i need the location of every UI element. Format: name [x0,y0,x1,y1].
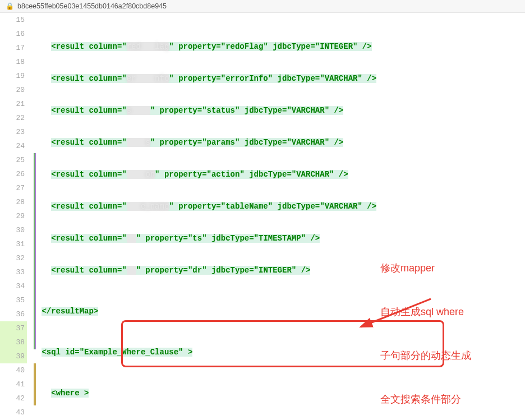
line-number: 30 [0,223,27,237]
redacted-text: e_name [127,202,169,211]
redacted-text: s [127,138,150,147]
line-number: 25 [0,153,27,167]
line-number: 17 [0,41,27,55]
redacted-text: on [127,170,155,179]
line-number: 20 [0,83,27,97]
redacted-text: er nfo [127,74,169,83]
redacted-text [127,234,136,243]
line-number: 27 [0,181,27,195]
code-area[interactable]: <result column="red lag" property="redoF… [33,13,525,420]
annotation-text: 修改mapper 自动生成sql where 子句部分的动态生成 全文搜索条件部… [380,232,471,420]
code-line: <result column="er nfo" property="errorI… [33,72,525,86]
line-number-gutter: 15 16 17 18 19 20 21 22 23 24 25 26 27 2… [0,13,33,420]
line-number: 21 [0,97,27,111]
redacted-text [127,266,136,275]
line-number: 18 [0,55,27,69]
lock-icon: 🔒 [6,2,14,10]
line-number: 31 [0,237,27,251]
line-number: 16 [0,27,27,41]
redacted-text: s [127,106,150,115]
line-number: 22 [0,111,27,125]
line-number: 15 [0,13,27,27]
line-number: 40 [0,363,27,377]
line-number: 42 [0,391,27,405]
code-line: <result column=" on" property="action" j… [33,168,525,182]
line-number: 43 [0,405,27,419]
line-number: 38 [0,335,27,349]
line-number: 28 [0,195,27,209]
line-number: 39 [0,349,27,363]
line-number: 32 [0,251,27,265]
line-number: 35 [0,293,27,307]
line-number: 37 [0,321,27,335]
line-number: 34 [0,279,27,293]
title-bar: 🔒 b8cee55ffeb05e03e1455db0146a2f80cbd8e9… [0,0,525,13]
page-title: b8cee55ffeb05e03e1455db0146a2f80cbd8e945 [17,2,167,10]
line-number: 33 [0,265,27,279]
line-number: 36 [0,307,27,321]
line-number: 29 [0,209,27,223]
code-line: <result column=" e_name" property="table… [33,200,525,214]
line-number: 26 [0,167,27,181]
code-editor[interactable]: 15 16 17 18 19 20 21 22 23 24 25 26 27 2… [0,13,525,420]
line-number: 24 [0,139,27,153]
code-line: <result column="s " property="status" jd… [33,104,525,118]
redacted-text: red lag [127,42,169,51]
line-number: 41 [0,377,27,391]
line-number: 19 [0,69,27,83]
code-line: <result column=" s" property="params" jd… [33,136,525,150]
code-line: <result column="red lag" property="redoF… [33,40,525,54]
line-number: 23 [0,125,27,139]
